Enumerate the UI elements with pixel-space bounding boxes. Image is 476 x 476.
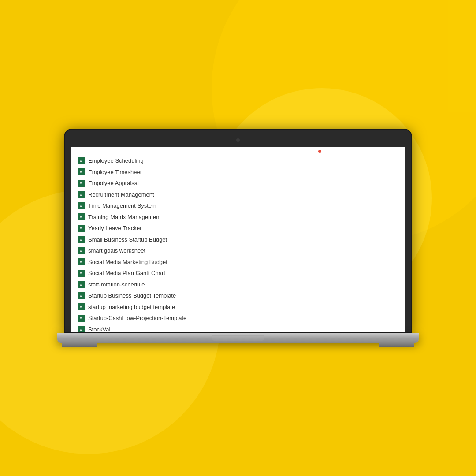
excel-icon: x bbox=[78, 213, 85, 220]
file-name: Employee Timesheet bbox=[88, 168, 141, 177]
laptop-screen-shell: xEmployee SchedulingxEmployee Timesheetx… bbox=[64, 129, 412, 333]
list-item[interactable]: xStockVal bbox=[78, 324, 398, 333]
excel-icon: x bbox=[78, 270, 85, 277]
excel-icon: x bbox=[78, 315, 85, 322]
file-name: Social Media Plan Gantt Chart bbox=[88, 269, 165, 278]
list-item[interactable]: xTraining Matrix Management bbox=[78, 212, 398, 223]
file-name: Empolyee Appraisal bbox=[88, 179, 139, 188]
file-name: Small Business Startup Budget bbox=[88, 235, 167, 244]
svg-text:x: x bbox=[80, 249, 82, 252]
file-name: Employee Scheduling bbox=[88, 156, 144, 165]
excel-icon: x bbox=[78, 292, 85, 299]
svg-text:x: x bbox=[80, 328, 82, 331]
svg-text:x: x bbox=[80, 216, 82, 219]
file-name: StockVal bbox=[88, 325, 110, 333]
file-name: staff-rotation-schedule bbox=[88, 280, 145, 289]
laptop-top-bar bbox=[71, 136, 405, 145]
svg-text:x: x bbox=[80, 171, 82, 174]
list-item[interactable]: xSmall Business Startup Budget bbox=[78, 234, 398, 245]
list-item[interactable]: xStartup Business Budget Template bbox=[78, 290, 398, 301]
laptop: xEmployee SchedulingxEmployee Timesheetx… bbox=[57, 129, 419, 347]
svg-text:x: x bbox=[80, 271, 82, 275]
svg-text:x: x bbox=[80, 238, 82, 241]
excel-icon: x bbox=[78, 157, 85, 164]
excel-icon: x bbox=[78, 225, 85, 232]
svg-text:x: x bbox=[80, 294, 82, 297]
excel-icon: x bbox=[78, 326, 85, 332]
svg-text:x: x bbox=[80, 159, 82, 162]
file-name: startup marketing budget template bbox=[88, 303, 175, 312]
file-name: Social Media Marketing Budget bbox=[88, 258, 167, 267]
list-item[interactable]: xstaff-rotation-schedule bbox=[78, 279, 398, 290]
red-dot-indicator bbox=[318, 150, 321, 153]
svg-text:x: x bbox=[80, 283, 82, 286]
laptop-screen: xEmployee SchedulingxEmployee Timesheetx… bbox=[71, 147, 405, 332]
list-item[interactable]: xSocial Media Marketing Budget bbox=[78, 257, 398, 268]
list-item[interactable]: xEmpolyee Appraisal bbox=[78, 178, 398, 189]
excel-icon: x bbox=[78, 281, 85, 288]
file-list: xEmployee SchedulingxEmployee Timesheetx… bbox=[71, 147, 405, 332]
excel-icon: x bbox=[78, 202, 85, 209]
laptop-foot-right bbox=[379, 343, 414, 347]
list-item[interactable]: xTime Management System bbox=[78, 200, 398, 212]
svg-text:x: x bbox=[80, 193, 82, 196]
file-name: Recruitment Management bbox=[88, 190, 154, 199]
laptop-base bbox=[57, 333, 419, 343]
laptop-feet bbox=[57, 343, 419, 347]
file-name: Startup-CashFlow-Projection-Template bbox=[88, 314, 186, 323]
svg-text:x: x bbox=[80, 227, 82, 230]
svg-text:x: x bbox=[80, 316, 82, 320]
laptop-camera bbox=[236, 138, 240, 142]
list-item[interactable]: xYearly Leave Tracker bbox=[78, 223, 398, 234]
file-name: Yearly Leave Tracker bbox=[88, 224, 142, 233]
list-item[interactable]: xStartup-CashFlow-Projection-Template bbox=[78, 312, 398, 324]
svg-text:x: x bbox=[80, 305, 82, 309]
list-item[interactable]: xEmployee Scheduling bbox=[78, 155, 398, 167]
excel-icon: x bbox=[78, 258, 85, 265]
excel-icon: x bbox=[78, 168, 85, 175]
file-name: smart goals worksheet bbox=[88, 246, 145, 255]
laptop-trackpad-notch bbox=[212, 335, 264, 341]
svg-text:x: x bbox=[80, 260, 82, 264]
list-item[interactable]: xSocial Media Plan Gantt Chart bbox=[78, 268, 398, 279]
list-item[interactable]: xstartup marketing budget template bbox=[78, 301, 398, 313]
excel-icon: x bbox=[78, 191, 85, 198]
list-item[interactable]: xEmployee Timesheet bbox=[78, 167, 398, 178]
excel-icon: x bbox=[78, 236, 85, 243]
excel-icon: x bbox=[78, 303, 85, 310]
file-name: Training Matrix Management bbox=[88, 213, 161, 222]
excel-icon: x bbox=[78, 247, 85, 254]
list-item[interactable]: xsmart goals worksheet bbox=[78, 245, 398, 257]
svg-text:x: x bbox=[80, 182, 82, 185]
svg-text:x: x bbox=[80, 204, 82, 207]
excel-icon: x bbox=[78, 180, 85, 187]
file-name: Time Management System bbox=[88, 201, 156, 210]
file-name: Startup Business Budget Template bbox=[88, 291, 176, 300]
laptop-foot-left bbox=[62, 343, 97, 347]
list-item[interactable]: xRecruitment Management bbox=[78, 189, 398, 201]
